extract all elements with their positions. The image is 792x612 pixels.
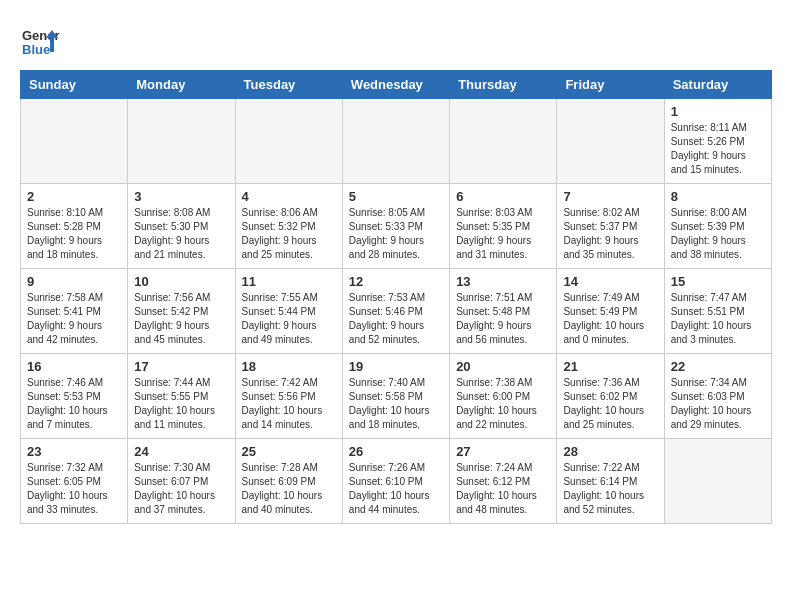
day-number: 17 <box>134 359 228 374</box>
cal-cell <box>128 99 235 184</box>
week-row-5: 23Sunrise: 7:32 AM Sunset: 6:05 PM Dayli… <box>21 439 772 524</box>
day-header-saturday: Saturday <box>664 71 771 99</box>
day-number: 4 <box>242 189 336 204</box>
day-info: Sunrise: 7:44 AM Sunset: 5:55 PM Dayligh… <box>134 376 228 432</box>
day-info: Sunrise: 8:05 AM Sunset: 5:33 PM Dayligh… <box>349 206 443 262</box>
day-info: Sunrise: 7:34 AM Sunset: 6:03 PM Dayligh… <box>671 376 765 432</box>
logo-icon: General Blue <box>20 20 60 60</box>
cal-cell: 28Sunrise: 7:22 AM Sunset: 6:14 PM Dayli… <box>557 439 664 524</box>
cal-cell: 25Sunrise: 7:28 AM Sunset: 6:09 PM Dayli… <box>235 439 342 524</box>
day-header-tuesday: Tuesday <box>235 71 342 99</box>
day-info: Sunrise: 7:38 AM Sunset: 6:00 PM Dayligh… <box>456 376 550 432</box>
cal-cell: 24Sunrise: 7:30 AM Sunset: 6:07 PM Dayli… <box>128 439 235 524</box>
day-info: Sunrise: 7:36 AM Sunset: 6:02 PM Dayligh… <box>563 376 657 432</box>
day-number: 6 <box>456 189 550 204</box>
cal-cell <box>235 99 342 184</box>
day-header-thursday: Thursday <box>450 71 557 99</box>
cal-cell <box>450 99 557 184</box>
day-number: 16 <box>27 359 121 374</box>
day-info: Sunrise: 7:24 AM Sunset: 6:12 PM Dayligh… <box>456 461 550 517</box>
day-info: Sunrise: 7:55 AM Sunset: 5:44 PM Dayligh… <box>242 291 336 347</box>
day-header-wednesday: Wednesday <box>342 71 449 99</box>
cal-cell: 17Sunrise: 7:44 AM Sunset: 5:55 PM Dayli… <box>128 354 235 439</box>
week-row-3: 9Sunrise: 7:58 AM Sunset: 5:41 PM Daylig… <box>21 269 772 354</box>
day-number: 22 <box>671 359 765 374</box>
day-info: Sunrise: 7:46 AM Sunset: 5:53 PM Dayligh… <box>27 376 121 432</box>
cal-cell: 21Sunrise: 7:36 AM Sunset: 6:02 PM Dayli… <box>557 354 664 439</box>
day-info: Sunrise: 7:58 AM Sunset: 5:41 PM Dayligh… <box>27 291 121 347</box>
day-number: 23 <box>27 444 121 459</box>
day-info: Sunrise: 7:49 AM Sunset: 5:49 PM Dayligh… <box>563 291 657 347</box>
day-number: 26 <box>349 444 443 459</box>
cal-cell: 8Sunrise: 8:00 AM Sunset: 5:39 PM Daylig… <box>664 184 771 269</box>
week-row-4: 16Sunrise: 7:46 AM Sunset: 5:53 PM Dayli… <box>21 354 772 439</box>
cal-cell: 14Sunrise: 7:49 AM Sunset: 5:49 PM Dayli… <box>557 269 664 354</box>
day-number: 14 <box>563 274 657 289</box>
cal-cell: 7Sunrise: 8:02 AM Sunset: 5:37 PM Daylig… <box>557 184 664 269</box>
cal-cell: 22Sunrise: 7:34 AM Sunset: 6:03 PM Dayli… <box>664 354 771 439</box>
cal-cell: 10Sunrise: 7:56 AM Sunset: 5:42 PM Dayli… <box>128 269 235 354</box>
cal-cell: 5Sunrise: 8:05 AM Sunset: 5:33 PM Daylig… <box>342 184 449 269</box>
day-header-friday: Friday <box>557 71 664 99</box>
day-info: Sunrise: 7:22 AM Sunset: 6:14 PM Dayligh… <box>563 461 657 517</box>
day-number: 18 <box>242 359 336 374</box>
cal-cell: 11Sunrise: 7:55 AM Sunset: 5:44 PM Dayli… <box>235 269 342 354</box>
cal-cell: 13Sunrise: 7:51 AM Sunset: 5:48 PM Dayli… <box>450 269 557 354</box>
day-info: Sunrise: 8:10 AM Sunset: 5:28 PM Dayligh… <box>27 206 121 262</box>
day-number: 15 <box>671 274 765 289</box>
day-number: 8 <box>671 189 765 204</box>
day-info: Sunrise: 8:06 AM Sunset: 5:32 PM Dayligh… <box>242 206 336 262</box>
cal-cell <box>342 99 449 184</box>
calendar-table: SundayMondayTuesdayWednesdayThursdayFrid… <box>20 70 772 524</box>
cal-cell: 18Sunrise: 7:42 AM Sunset: 5:56 PM Dayli… <box>235 354 342 439</box>
header: General Blue <box>20 20 772 60</box>
logo: General Blue <box>20 20 64 60</box>
day-info: Sunrise: 7:40 AM Sunset: 5:58 PM Dayligh… <box>349 376 443 432</box>
day-info: Sunrise: 7:53 AM Sunset: 5:46 PM Dayligh… <box>349 291 443 347</box>
day-info: Sunrise: 7:28 AM Sunset: 6:09 PM Dayligh… <box>242 461 336 517</box>
cal-cell: 6Sunrise: 8:03 AM Sunset: 5:35 PM Daylig… <box>450 184 557 269</box>
day-info: Sunrise: 7:56 AM Sunset: 5:42 PM Dayligh… <box>134 291 228 347</box>
day-number: 9 <box>27 274 121 289</box>
day-number: 27 <box>456 444 550 459</box>
day-number: 3 <box>134 189 228 204</box>
day-number: 10 <box>134 274 228 289</box>
cal-cell: 26Sunrise: 7:26 AM Sunset: 6:10 PM Dayli… <box>342 439 449 524</box>
day-number: 28 <box>563 444 657 459</box>
cal-cell: 20Sunrise: 7:38 AM Sunset: 6:00 PM Dayli… <box>450 354 557 439</box>
cal-cell <box>664 439 771 524</box>
day-info: Sunrise: 7:26 AM Sunset: 6:10 PM Dayligh… <box>349 461 443 517</box>
day-header-monday: Monday <box>128 71 235 99</box>
day-info: Sunrise: 7:30 AM Sunset: 6:07 PM Dayligh… <box>134 461 228 517</box>
day-number: 1 <box>671 104 765 119</box>
day-number: 24 <box>134 444 228 459</box>
cal-cell: 9Sunrise: 7:58 AM Sunset: 5:41 PM Daylig… <box>21 269 128 354</box>
week-row-2: 2Sunrise: 8:10 AM Sunset: 5:28 PM Daylig… <box>21 184 772 269</box>
day-info: Sunrise: 8:08 AM Sunset: 5:30 PM Dayligh… <box>134 206 228 262</box>
day-info: Sunrise: 8:00 AM Sunset: 5:39 PM Dayligh… <box>671 206 765 262</box>
day-info: Sunrise: 8:03 AM Sunset: 5:35 PM Dayligh… <box>456 206 550 262</box>
cal-cell: 1Sunrise: 8:11 AM Sunset: 5:26 PM Daylig… <box>664 99 771 184</box>
cal-cell: 16Sunrise: 7:46 AM Sunset: 5:53 PM Dayli… <box>21 354 128 439</box>
day-number: 21 <box>563 359 657 374</box>
day-number: 2 <box>27 189 121 204</box>
cal-cell: 4Sunrise: 8:06 AM Sunset: 5:32 PM Daylig… <box>235 184 342 269</box>
cal-cell <box>21 99 128 184</box>
cal-cell: 23Sunrise: 7:32 AM Sunset: 6:05 PM Dayli… <box>21 439 128 524</box>
cal-cell: 2Sunrise: 8:10 AM Sunset: 5:28 PM Daylig… <box>21 184 128 269</box>
day-info: Sunrise: 7:47 AM Sunset: 5:51 PM Dayligh… <box>671 291 765 347</box>
day-number: 25 <box>242 444 336 459</box>
day-number: 19 <box>349 359 443 374</box>
week-row-1: 1Sunrise: 8:11 AM Sunset: 5:26 PM Daylig… <box>21 99 772 184</box>
day-number: 7 <box>563 189 657 204</box>
cal-cell: 3Sunrise: 8:08 AM Sunset: 5:30 PM Daylig… <box>128 184 235 269</box>
day-number: 5 <box>349 189 443 204</box>
day-info: Sunrise: 7:32 AM Sunset: 6:05 PM Dayligh… <box>27 461 121 517</box>
day-info: Sunrise: 8:02 AM Sunset: 5:37 PM Dayligh… <box>563 206 657 262</box>
cal-cell: 15Sunrise: 7:47 AM Sunset: 5:51 PM Dayli… <box>664 269 771 354</box>
cal-cell: 19Sunrise: 7:40 AM Sunset: 5:58 PM Dayli… <box>342 354 449 439</box>
svg-text:Blue: Blue <box>22 42 50 57</box>
cal-cell <box>557 99 664 184</box>
day-info: Sunrise: 8:11 AM Sunset: 5:26 PM Dayligh… <box>671 121 765 177</box>
cal-cell: 12Sunrise: 7:53 AM Sunset: 5:46 PM Dayli… <box>342 269 449 354</box>
